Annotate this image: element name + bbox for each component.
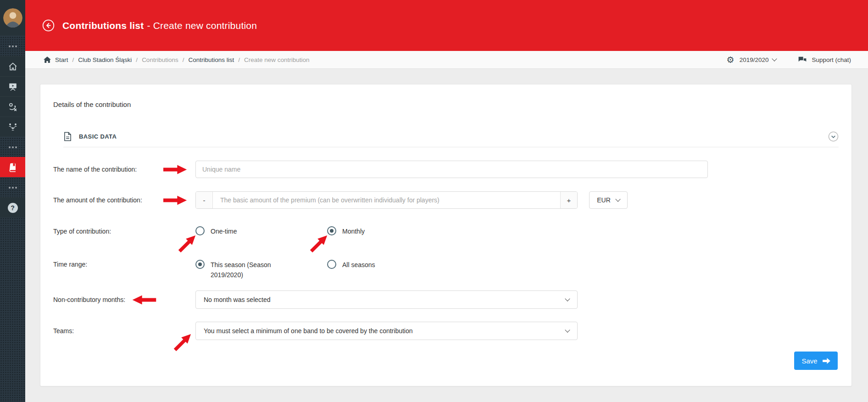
save-button[interactable]: Save (794, 352, 838, 370)
main-column: Contributions list- Create new contribut… (25, 0, 868, 402)
breadcrumb-contributions-list[interactable]: Contributions list (188, 56, 234, 63)
type-radio-group: One-time Monthly (195, 226, 459, 237)
sidebar: ? (0, 0, 25, 402)
sidebar-item-tactics[interactable] (0, 96, 25, 117)
breadcrumb-separator: / (183, 56, 184, 63)
name-label-cell: The name of the contribution: (53, 165, 195, 174)
amount-stepper: - + (195, 191, 578, 209)
name-label: The name of the contribution: (53, 166, 137, 173)
months-select-value: No month was selected (204, 296, 271, 303)
type-label-cell: Type of contribution: (53, 228, 195, 235)
sidebar-item-help[interactable]: ? (0, 197, 25, 218)
breadcrumb-bar: Start / Club Stadion Śląski / Contributi… (25, 51, 868, 69)
page-body: Details of the contribution BASIC DATA (25, 69, 868, 402)
annotation-arrow-right-icon (163, 195, 187, 205)
months-label-cell: Non-contributory months: (53, 295, 195, 305)
arrow-right-icon (823, 358, 830, 364)
chevron-down-icon (772, 56, 777, 61)
sidebar-item-more-top[interactable] (0, 36, 25, 56)
back-button[interactable] (42, 19, 55, 32)
radio-option-monthly[interactable]: Monthly (327, 226, 459, 237)
months-label: Non-contributory months: (53, 296, 125, 303)
breadcrumb-create-new: Create new contribution (244, 56, 310, 63)
season-value: 2019/2020 (740, 56, 769, 63)
basic-data-section-header: BASIC DATA (53, 131, 839, 142)
teams-select-value: You must select a minimum of one band to… (204, 327, 413, 335)
annotation-arrow-diagonal-icon (176, 232, 199, 254)
contribution-form: The name of the contribution: The amount… (53, 161, 839, 340)
amount-input[interactable] (213, 192, 560, 208)
form-row-type: Type of contribution: One-time (53, 224, 839, 238)
annotation-arrow-diagonal-icon (172, 330, 194, 353)
radio-label: One-time (211, 226, 237, 237)
radio-unchecked-icon (327, 260, 336, 269)
chevron-down-icon (565, 296, 570, 301)
breadcrumb-contributions: Contributions (142, 56, 178, 63)
decrement-button[interactable]: - (196, 192, 213, 208)
chevron-down-icon (565, 327, 570, 332)
contributions-book-icon (8, 162, 18, 173)
section-collapse-button[interactable] (828, 131, 839, 142)
form-row-amount: The amount of the contribution: - + EUR (53, 191, 839, 209)
chat-icon (798, 56, 807, 64)
dots-menu-icon (9, 146, 17, 148)
name-input[interactable] (195, 161, 708, 178)
currency-value: EUR (597, 196, 611, 204)
sidebar-item-transfers[interactable] (0, 117, 25, 137)
topbar-right: ⚙ 2019/2020 Support (chat) (727, 56, 851, 64)
radio-label: All seasons (342, 259, 375, 270)
card-title: Details of the contribution (53, 100, 839, 108)
page-title-primary: Contributions list (62, 20, 144, 31)
sidebar-item-more-bottom[interactable] (0, 177, 25, 197)
breadcrumb-separator: / (238, 56, 240, 63)
type-label: Type of contribution: (53, 228, 111, 235)
radio-checked-icon (327, 226, 336, 235)
breadcrumb-start[interactable]: Start (55, 56, 68, 63)
sidebar-item-more-middle[interactable] (0, 137, 25, 157)
currency-select[interactable]: EUR (589, 191, 628, 209)
home-icon (8, 61, 18, 72)
dots-menu-icon (9, 187, 17, 189)
page-title: Contributions list- Create new contribut… (62, 20, 257, 31)
breadcrumb-separator: / (72, 56, 74, 63)
support-label: Support (chat) (812, 56, 851, 63)
sidebar-item-home[interactable] (0, 56, 25, 76)
chevron-down-circle-icon (828, 131, 839, 142)
time-range-label-cell: Time range: (53, 259, 195, 268)
radio-option-all-seasons[interactable]: All seasons (327, 259, 459, 270)
avatar-wrap (0, 0, 25, 36)
help-icon: ? (8, 203, 18, 213)
page-title-secondary: - Create new contribution (147, 20, 257, 31)
form-row-name: The name of the contribution: (53, 161, 839, 178)
avatar[interactable] (3, 8, 22, 28)
dots-menu-icon (9, 45, 17, 47)
support-link[interactable]: Support (chat) (798, 56, 851, 64)
form-row-months: Non-contributory months: No month was se… (53, 290, 839, 309)
increment-button[interactable]: + (560, 192, 577, 208)
sidebar-item-contributions[interactable] (0, 157, 25, 177)
breadcrumb-club[interactable]: Club Stadion Śląski (78, 56, 132, 63)
radio-checked-icon (195, 260, 205, 269)
section-title: BASIC DATA (79, 133, 117, 140)
time-range-radio-group: This season (Season 2019/2020) All seaso… (195, 259, 459, 280)
app-window: ? Contributions list- Create new contrib… (0, 0, 868, 402)
months-select[interactable]: No month was selected (195, 290, 578, 309)
sidebar-item-training[interactable] (0, 76, 25, 96)
gear-icon[interactable]: ⚙ (727, 56, 734, 64)
radio-option-one-time[interactable]: One-time (195, 226, 327, 237)
training-board-icon (8, 82, 18, 92)
season-selector[interactable]: 2019/2020 (740, 56, 777, 63)
page-header: Contributions list- Create new contribut… (25, 0, 868, 51)
home-breadcrumb-icon (44, 56, 51, 63)
teams-select[interactable]: You must select a minimum of one band to… (195, 322, 578, 340)
time-range-label: Time range: (53, 261, 87, 268)
breadcrumb-separator: / (136, 56, 138, 63)
section-divider (63, 147, 839, 147)
document-icon (63, 132, 72, 141)
radio-option-this-season[interactable]: This season (Season 2019/2020) (195, 259, 327, 280)
chevron-down-icon (615, 196, 620, 201)
annotation-arrow-left-icon (132, 295, 156, 305)
tactics-icon (8, 102, 18, 112)
sidebar-filler (0, 218, 25, 402)
amount-label-cell: The amount of the contribution: (53, 195, 195, 205)
